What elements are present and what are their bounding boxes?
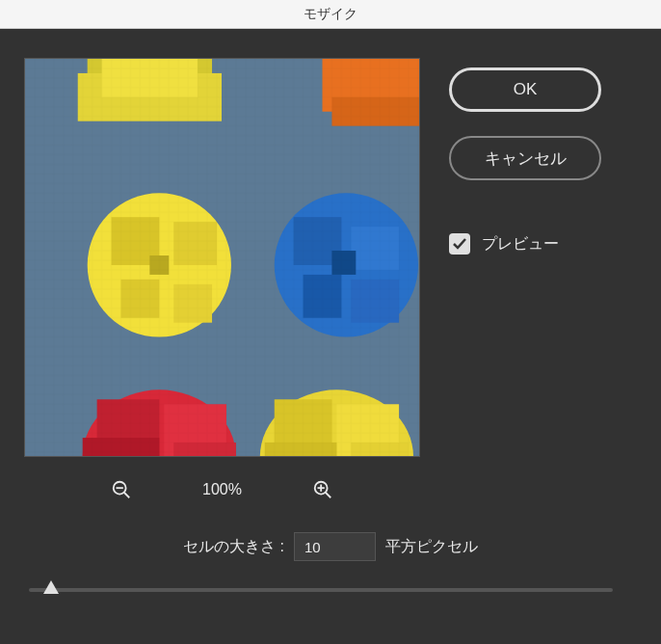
mosaic-preview-svg: [25, 59, 419, 456]
cell-size-label: セルの大きさ :: [183, 537, 284, 557]
svg-rect-30: [25, 59, 419, 456]
zoom-out-icon: [111, 479, 132, 500]
zoom-out-button[interactable]: [108, 476, 135, 503]
preview-checkbox-label: プレビュー: [482, 234, 559, 255]
ok-button[interactable]: OK: [449, 67, 601, 112]
zoom-controls: 100%: [24, 476, 420, 503]
cell-size-input[interactable]: [294, 532, 376, 561]
cell-size-slider[interactable]: [29, 580, 632, 600]
dialog-titlebar: モザイク: [0, 0, 661, 29]
preview-area: 100%: [24, 58, 420, 503]
cell-size-unit: 平方ピクセル: [385, 537, 478, 557]
preview-image[interactable]: [24, 58, 420, 457]
slider-thumb[interactable]: [43, 580, 59, 594]
right-panel: OK キャンセル プレビュー: [449, 58, 637, 503]
dialog-title: モザイク: [304, 6, 357, 23]
svg-line-32: [124, 493, 130, 498]
bottom-section: セルの大きさ : 平方ピクセル: [0, 523, 661, 619]
svg-line-35: [326, 493, 331, 498]
dialog-content: 100% OK キャンセル プレビュー: [0, 29, 661, 523]
checkmark-icon: [452, 236, 467, 252]
preview-checkbox[interactable]: [449, 233, 470, 255]
zoom-level-label: 100%: [202, 481, 242, 498]
preview-checkbox-row: プレビュー: [449, 233, 637, 255]
zoom-in-icon: [312, 479, 333, 500]
slider-track: [29, 588, 613, 592]
zoom-in-button[interactable]: [309, 476, 336, 503]
cancel-button[interactable]: キャンセル: [449, 136, 601, 180]
cell-size-row: セルの大きさ : 平方ピクセル: [24, 532, 637, 561]
